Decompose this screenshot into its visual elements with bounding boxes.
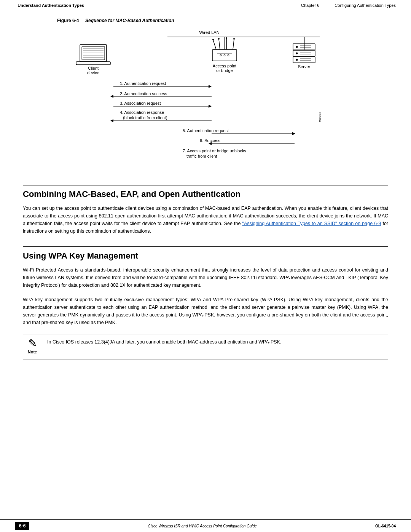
svg-line-15	[233, 39, 234, 50]
svg-line-13	[219, 39, 220, 50]
step7-label-line1: 7. Access point or bridge unblocks	[183, 149, 246, 153]
svg-point-27	[296, 46, 298, 48]
main-content: Figure 6-4 Sequence for MAC-Based Authen…	[0, 10, 411, 383]
svg-point-22	[224, 54, 225, 56]
svg-point-21	[220, 54, 221, 56]
client-label-line2: device	[87, 70, 99, 75]
note-container: ✎ Note In Cisco IOS releases 12.3(4)JA a…	[23, 334, 388, 354]
svg-rect-3	[80, 45, 107, 62]
section-body-wpa-2: WPA key management supports two mutually…	[23, 296, 388, 326]
note-text: In Cisco IOS releases 12.3(4)JA and late…	[47, 338, 388, 346]
header-title: Configuring Authentication Types	[335, 3, 396, 8]
step3-label: 3. Association request	[120, 101, 161, 105]
header-chapter: Chapter 6	[301, 3, 319, 8]
step6-label: 6. Success	[200, 138, 220, 143]
svg-marker-45	[292, 132, 295, 135]
svg-point-17	[218, 38, 220, 40]
svg-marker-41	[209, 105, 212, 108]
svg-point-18	[226, 37, 227, 39]
page-header: Understand Authentication Types Chapter …	[0, 0, 411, 10]
figure-title: Figure 6-4 Sequence for MAC-Based Authen…	[49, 18, 362, 23]
header-section-label: Understand Authentication Types	[18, 3, 84, 8]
wired-lan-label: Wired LAN	[199, 30, 219, 35]
svg-point-33	[296, 59, 298, 61]
figure-id: 65584	[318, 112, 322, 122]
step4-label-line1: 4. Association response	[120, 110, 164, 115]
ap-label-line1: Access point	[213, 64, 236, 68]
section-body-wpa-1: Wi-Fi Protected Access is a standards-ba…	[23, 266, 388, 289]
svg-rect-5	[76, 62, 110, 65]
page-footer: 6-6 Cisco Wireless ISR and HWIC Access P…	[0, 519, 411, 532]
figure-container: Figure 6-4 Sequence for MAC-Based Authen…	[49, 18, 362, 173]
client-label-line1: Client	[88, 66, 99, 70]
note-pencil-icon: ✎	[28, 338, 37, 349]
server-icon	[293, 44, 315, 63]
note-label: Note	[28, 350, 37, 354]
svg-marker-37	[209, 85, 212, 88]
client-device-icon	[76, 45, 110, 65]
step4-label-line2: (block traffic from client)	[123, 115, 167, 120]
footer-page-num: 6-6	[15, 522, 29, 530]
section-heading-wpa: Using WPA Key Management	[23, 246, 388, 261]
section-heading-mac-eap: Combining MAC-Based, EAP, and Open Authe…	[23, 185, 388, 199]
svg-marker-43	[110, 119, 113, 122]
note-border-bottom	[23, 359, 388, 360]
svg-point-19	[233, 38, 235, 40]
svg-line-12	[213, 40, 216, 50]
step2-label: 2. Authentication success	[120, 91, 167, 96]
step5-label: 5. Authentication request	[183, 128, 229, 133]
header-section: Understand Authentication Types	[15, 3, 84, 8]
ap-label-line2: or bridge	[216, 68, 233, 73]
footer-guide-title: Cisco Wireless ISR and HWIC Access Point…	[148, 524, 257, 528]
diagram: Wired LAN	[61, 29, 350, 173]
figure-number: Figure 6-4	[57, 18, 79, 23]
server-label: Server	[298, 64, 311, 69]
step7-label-line2: traffic from client	[186, 154, 217, 158]
figure-title-text: Sequence for MAC-Based Authentication	[85, 18, 174, 23]
note-icon-area: ✎ Note	[23, 338, 42, 354]
step1-label: 1. Authentication request	[120, 81, 166, 86]
footer-doc-id: OL-6415-04	[375, 524, 396, 528]
svg-point-16	[212, 39, 214, 40]
section-body-mac-eap: You can set up the access point to authe…	[23, 204, 388, 235]
svg-point-23	[228, 54, 229, 56]
ssid-link[interactable]: "Assigning Authentication Types to an SS…	[242, 221, 381, 226]
svg-rect-11	[212, 50, 237, 61]
svg-marker-39	[110, 95, 113, 98]
header-chapter-info: Chapter 6 Configuring Authentication Typ…	[301, 3, 396, 8]
svg-point-30	[296, 53, 298, 54]
